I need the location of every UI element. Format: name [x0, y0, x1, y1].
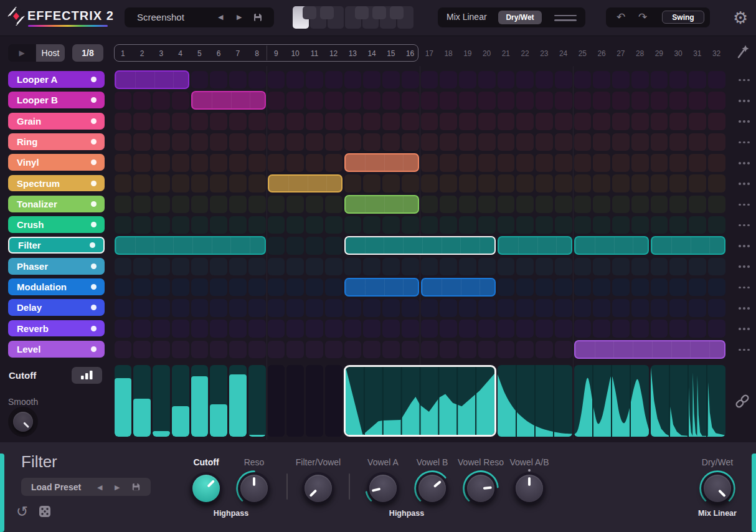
- knob-drywet[interactable]: [697, 468, 737, 508]
- row-menu-button[interactable]: [733, 318, 755, 339]
- grid-cell[interactable]: [382, 133, 400, 151]
- step-number-25[interactable]: 25: [573, 45, 592, 62]
- grid-cell[interactable]: [402, 320, 419, 337]
- grid-cell[interactable]: [306, 299, 323, 316]
- grid-cell[interactable]: [229, 133, 247, 151]
- grid-cell[interactable]: [286, 299, 304, 316]
- grid-cell[interactable]: [651, 174, 668, 192]
- grid-cell[interactable]: [172, 92, 189, 109]
- settings-gear-icon[interactable]: ⚙: [733, 8, 748, 27]
- grid-cell[interactable]: [286, 320, 304, 337]
- grid-cell[interactable]: [612, 71, 630, 88]
- grid-cell[interactable]: [248, 154, 266, 171]
- grid-cell[interactable]: [421, 133, 438, 151]
- grid-cell[interactable]: [153, 113, 170, 130]
- grid-cell[interactable]: [306, 320, 323, 337]
- grid-cell[interactable]: [133, 278, 151, 296]
- grid-cell[interactable]: [555, 196, 572, 213]
- grid-cell[interactable]: [344, 299, 362, 316]
- grid-cell[interactable]: [498, 133, 515, 151]
- redo-icon[interactable]: ↷: [638, 11, 647, 23]
- grid-cell[interactable]: [708, 71, 725, 88]
- grid-cell[interactable]: [593, 174, 610, 192]
- grid-cell[interactable]: [631, 216, 649, 234]
- envelope-bar-step-4[interactable]: [172, 365, 189, 437]
- grid-cell[interactable]: [536, 154, 553, 171]
- grid-cell[interactable]: [133, 113, 151, 130]
- grid-cell[interactable]: [268, 278, 285, 296]
- grid-cell[interactable]: [516, 133, 534, 151]
- grid-cell[interactable]: [612, 258, 630, 275]
- grid-cell[interactable]: [612, 133, 630, 151]
- grid-cell[interactable]: [651, 216, 668, 234]
- grid-cell[interactable]: [516, 341, 534, 358]
- grid-cell[interactable]: [248, 341, 266, 358]
- grid-cell[interactable]: [651, 320, 668, 337]
- effect-preset-save-icon[interactable]: [131, 482, 141, 492]
- row-menu-button[interactable]: [733, 194, 755, 215]
- grid-cell[interactable]: [574, 154, 592, 171]
- grid-cell[interactable]: [363, 299, 380, 316]
- preset-prev-button[interactable]: ◀: [218, 13, 223, 21]
- step-number-23[interactable]: 23: [535, 45, 554, 62]
- step-number-18[interactable]: 18: [439, 45, 458, 62]
- grid-cell[interactable]: [459, 320, 476, 337]
- grid-cell[interactable]: [574, 258, 592, 275]
- grid-cell[interactable]: [402, 216, 419, 234]
- grid-cell[interactable]: [325, 71, 343, 88]
- grid-cell[interactable]: [325, 258, 343, 275]
- grid-cell[interactable]: [325, 154, 343, 171]
- grid-cell[interactable]: [133, 299, 151, 316]
- step-number-31[interactable]: 31: [688, 45, 707, 62]
- grid-cell[interactable]: [248, 113, 266, 130]
- envelope-shape-region[interactable]: [498, 365, 572, 437]
- grid-cell[interactable]: [421, 92, 438, 109]
- grid-cell[interactable]: [191, 299, 209, 316]
- mix-curve-icon[interactable]: [554, 15, 577, 17]
- track-button-vinyl[interactable]: Vinyl: [8, 154, 105, 171]
- grid-cell[interactable]: [574, 133, 592, 151]
- grid-cell[interactable]: [210, 278, 227, 296]
- grid-cell[interactable]: [268, 196, 285, 213]
- grid-cell[interactable]: [651, 196, 668, 213]
- grid-cell[interactable]: [268, 133, 285, 151]
- grid-cell[interactable]: [153, 299, 170, 316]
- grid-cell[interactable]: [574, 71, 592, 88]
- track-button-looper-b[interactable]: Looper B: [8, 92, 105, 108]
- grid-cell[interactable]: [593, 113, 610, 130]
- grid-cell[interactable]: [402, 174, 419, 192]
- grid-cell[interactable]: [325, 320, 343, 337]
- grid-cell[interactable]: [478, 154, 496, 171]
- grid-cell[interactable]: [344, 341, 362, 358]
- grid-cell[interactable]: [440, 133, 457, 151]
- grid-cell[interactable]: [115, 278, 132, 296]
- grid-cell[interactable]: [421, 258, 438, 275]
- grid-cell[interactable]: [306, 113, 323, 130]
- grid-cell[interactable]: [555, 71, 572, 88]
- grid-cell[interactable]: [421, 71, 438, 88]
- grid-cell[interactable]: [402, 299, 419, 316]
- pattern-key-2[interactable]: [303, 6, 316, 19]
- grid-cell[interactable]: [612, 92, 630, 109]
- row-menu-button[interactable]: [733, 153, 755, 173]
- track-enable-dot[interactable]: [91, 264, 97, 269]
- grid-cell[interactable]: [363, 174, 380, 192]
- grid-cell[interactable]: [210, 216, 227, 234]
- grid-cell[interactable]: [382, 216, 400, 234]
- grid-cell[interactable]: [669, 92, 687, 109]
- link-chain-icon[interactable]: [734, 392, 751, 410]
- grid-cell[interactable]: [286, 341, 304, 358]
- grid-cell[interactable]: [344, 92, 362, 109]
- grid-cell[interactable]: [459, 341, 476, 358]
- grid-cell[interactable]: [440, 92, 457, 109]
- grid-cell[interactable]: [229, 258, 247, 275]
- grid-cell[interactable]: [382, 258, 400, 275]
- grid-cell[interactable]: [440, 196, 457, 213]
- grid-cell[interactable]: [516, 258, 534, 275]
- grid-cell[interactable]: [651, 258, 668, 275]
- grid-cell[interactable]: [191, 258, 209, 275]
- grid-cell[interactable]: [555, 113, 572, 130]
- row-menu-button[interactable]: [733, 257, 755, 277]
- grid-cell[interactable]: [574, 196, 592, 213]
- grid-cell[interactable]: [268, 237, 285, 254]
